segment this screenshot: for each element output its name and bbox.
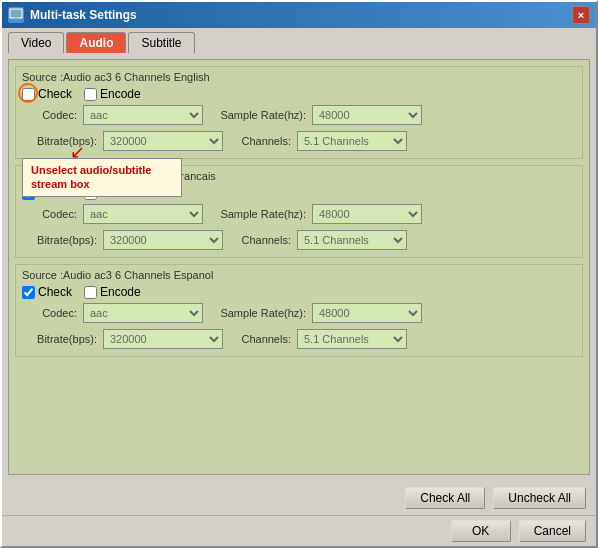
stream-3-codec: Codec: aac — [22, 303, 203, 323]
stream-3-bitrate: Bitrate(bps): 320000 — [22, 329, 223, 349]
tab-audio[interactable]: Audio — [66, 32, 126, 53]
stream-3-encode[interactable] — [84, 286, 97, 299]
check-all-button[interactable]: Check All — [405, 487, 485, 509]
stream-3-source: Source :Audio ac3 6 Channels Espanol — [22, 269, 576, 281]
stream-2-sample-select[interactable]: 48000 — [312, 204, 422, 224]
stream-3-check-label[interactable]: Check — [22, 285, 72, 299]
stream-1-channels: Channels: 5.1 Channels — [231, 131, 407, 151]
check-label-text-1: Check — [38, 87, 72, 101]
main-panel: Source :Audio ac3 6 Channels English Che… — [8, 59, 590, 475]
check-label-text-3: Check — [38, 285, 72, 299]
tooltip-box: Unselect audio/subtitle stream box — [22, 158, 182, 197]
main-window: Multi-task Settings × Video Audio Subtit… — [0, 0, 598, 548]
bottom-bar: Check All Uncheck All — [2, 481, 596, 515]
codec-label-1: Codec: — [22, 109, 77, 121]
encode-label-text-1: Encode — [100, 87, 141, 101]
stream-3-codec-row: Codec: aac Sample Rate(hz): 48000 — [22, 303, 576, 326]
sample-label-1: Sample Rate(hz): — [211, 109, 306, 121]
codec-label-2: Codec: — [22, 208, 77, 220]
title-bar: Multi-task Settings × — [2, 2, 596, 28]
svg-rect-0 — [10, 9, 22, 18]
stream-2-sample: Sample Rate(hz): 48000 — [211, 204, 422, 224]
stream-2-channels-select[interactable]: 5.1 Channels — [297, 230, 407, 250]
stream-1-bitrate: Bitrate(bps): 320000 — [22, 131, 223, 151]
stream-1-sample-select[interactable]: 48000 — [312, 105, 422, 125]
stream-1-bitrate-select[interactable]: 320000 — [103, 131, 223, 151]
content-area: Source :Audio ac3 6 Channels English Che… — [2, 53, 596, 546]
channels-label-3: Channels: — [231, 333, 291, 345]
encode-label-text-3: Encode — [100, 285, 141, 299]
app-icon — [8, 7, 24, 23]
stream-3-encode-label[interactable]: Encode — [84, 285, 141, 299]
ok-button[interactable]: OK — [451, 520, 511, 542]
bitrate-label-3: Bitrate(bps): — [22, 333, 97, 345]
channels-label-2: Channels: — [231, 234, 291, 246]
stream-2-channels: Channels: 5.1 Channels — [231, 230, 407, 250]
bitrate-label-2: Bitrate(bps): — [22, 234, 97, 246]
channels-label-1: Channels: — [231, 135, 291, 147]
stream-1-codec-select[interactable]: aac — [83, 105, 203, 125]
stream-3-codec-select[interactable]: aac — [83, 303, 203, 323]
stream-1-check-label[interactable]: Check — [22, 87, 72, 101]
stream-1-source: Source :Audio ac3 6 Channels English — [22, 71, 576, 83]
sample-label-2: Sample Rate(hz): — [211, 208, 306, 220]
stream-3-sample-select[interactable]: 48000 — [312, 303, 422, 323]
stream-1-codec-row: Codec: aac Sample Rate(hz): 48000 — [22, 105, 576, 128]
close-button[interactable]: × — [572, 6, 590, 24]
stream-2-codec: Codec: aac — [22, 204, 203, 224]
svg-marker-1 — [14, 18, 18, 21]
stream-1-encode[interactable] — [84, 88, 97, 101]
cancel-button[interactable]: Cancel — [519, 520, 586, 542]
tab-subtitle[interactable]: Subtitle — [128, 32, 194, 53]
stream-2-bitrate: Bitrate(bps): 320000 — [22, 230, 223, 250]
stream-block-1: Source :Audio ac3 6 Channels English Che… — [15, 66, 583, 159]
stream-block-3: Source :Audio ac3 6 Channels Espanol Che… — [15, 264, 583, 357]
stream-3-channels-select[interactable]: 5.1 Channels — [297, 329, 407, 349]
tab-video[interactable]: Video — [8, 32, 64, 53]
stream-2-bitrate-row: Bitrate(bps): 320000 Channels: 5.1 Chann… — [22, 230, 576, 253]
tooltip-arrow: ↙ — [70, 141, 85, 163]
stream-2-bitrate-select[interactable]: 320000 — [103, 230, 223, 250]
stream-3-check[interactable] — [22, 286, 35, 299]
stream-1-channels-select[interactable]: 5.1 Channels — [297, 131, 407, 151]
stream-3-bitrate-select[interactable]: 320000 — [103, 329, 223, 349]
bitrate-label-1: Bitrate(bps): — [22, 135, 97, 147]
stream-1-bitrate-row: Bitrate(bps): 320000 Channels: 5.1 Chann… — [22, 131, 576, 154]
stream-1-encode-label[interactable]: Encode — [84, 87, 141, 101]
stream-3-controls: Check Encode — [22, 285, 576, 299]
stream-1-codec: Codec: aac — [22, 105, 203, 125]
stream-1-controls: Check Encode — [22, 87, 576, 101]
footer-bar: OK Cancel — [2, 515, 596, 546]
codec-label-3: Codec: — [22, 307, 77, 319]
stream-3-bitrate-row: Bitrate(bps): 320000 Channels: 5.1 Chann… — [22, 329, 576, 352]
sample-label-3: Sample Rate(hz): — [211, 307, 306, 319]
window-title: Multi-task Settings — [30, 8, 137, 22]
tab-bar: Video Audio Subtitle — [2, 28, 596, 53]
stream-3-sample: Sample Rate(hz): 48000 — [211, 303, 422, 323]
content: Source :Audio ac3 6 Channels English Che… — [2, 53, 596, 481]
stream-2-codec-select[interactable]: aac — [83, 204, 203, 224]
uncheck-all-button[interactable]: Uncheck All — [493, 487, 586, 509]
stream-2-codec-row: Codec: aac Sample Rate(hz): 48000 — [22, 204, 576, 227]
stream-1-sample: Sample Rate(hz): 48000 — [211, 105, 422, 125]
tooltip-text: Unselect audio/subtitle stream box — [31, 164, 151, 190]
title-bar-left: Multi-task Settings — [8, 7, 137, 23]
stream-1-check[interactable] — [22, 88, 35, 101]
stream-3-channels: Channels: 5.1 Channels — [231, 329, 407, 349]
